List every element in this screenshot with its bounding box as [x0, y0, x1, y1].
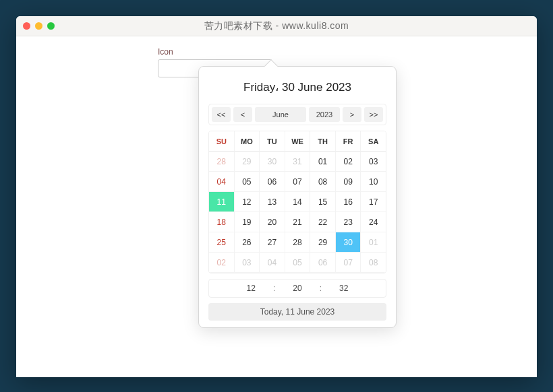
dow-cell: WE: [285, 131, 311, 152]
field-label: Icon: [158, 47, 537, 57]
year-select-button[interactable]: 2023: [309, 107, 340, 122]
calendar-day[interactable]: 04: [260, 253, 285, 273]
calendar-day[interactable]: 28: [209, 152, 235, 172]
page-content: Icon Friday، 30 June 2023 << < June 2023…: [16, 36, 537, 77]
calendar-day[interactable]: 31: [285, 152, 311, 172]
calendar-day[interactable]: 23: [336, 212, 361, 232]
calendar-week: 28293031010203: [209, 152, 386, 172]
time-hour[interactable]: 12: [247, 284, 256, 293]
maximize-icon[interactable]: [47, 22, 55, 30]
calendar-day[interactable]: 14: [285, 192, 311, 212]
prev-month-button[interactable]: <: [233, 107, 252, 122]
dow-header: SUMOTUWETHFRSA: [209, 131, 386, 152]
time-minute[interactable]: 20: [293, 284, 301, 293]
calendar-day[interactable]: 01: [361, 232, 386, 253]
calendar-day[interactable]: 06: [310, 253, 336, 273]
calendar-day[interactable]: 25: [209, 232, 235, 253]
dow-cell: MO: [235, 131, 260, 152]
calendar-day[interactable]: 08: [310, 172, 336, 192]
datepicker-nav: << < June 2023 > >>: [208, 104, 386, 125]
calendar-day[interactable]: 05: [235, 172, 260, 192]
calendar-day[interactable]: 20: [260, 212, 285, 232]
dow-cell: TH: [310, 131, 336, 152]
next-year-button[interactable]: >>: [364, 107, 383, 122]
calendar-day[interactable]: 24: [361, 212, 386, 232]
today-button[interactable]: Today, 11 June 2023: [208, 303, 386, 321]
dow-cell: SA: [361, 131, 386, 152]
calendar-week: 04050607080910: [209, 172, 386, 192]
dow-cell: SU: [209, 131, 235, 152]
calendar-day[interactable]: 04: [209, 172, 235, 192]
datepicker-popover: Friday، 30 June 2023 << < June 2023 > >>…: [198, 66, 397, 328]
calendar-day[interactable]: 17: [361, 192, 386, 212]
time-colon-icon: :: [320, 284, 322, 293]
calendar-week: 25262728293001: [209, 232, 386, 253]
calendar-day[interactable]: 10: [361, 172, 386, 192]
calendar-day[interactable]: 06: [260, 172, 285, 192]
calendar-day[interactable]: 05: [285, 253, 311, 273]
calendar-day[interactable]: 01: [310, 152, 336, 172]
calendar-grid: SUMOTUWETHFRSA 2829303101020304050607080…: [208, 131, 386, 273]
calendar-day[interactable]: 15: [310, 192, 336, 212]
calendar-day[interactable]: 26: [235, 232, 260, 253]
window-titlebar: 苦力吧素材下载 - www.kuli8.com: [16, 16, 537, 36]
calendar-day[interactable]: 16: [336, 192, 361, 212]
calendar-day[interactable]: 02: [209, 253, 235, 273]
dow-cell: TU: [260, 131, 285, 152]
minimize-icon[interactable]: [35, 22, 42, 30]
calendar-day[interactable]: 21: [285, 212, 311, 232]
calendar-week: 02030405060708: [209, 253, 386, 273]
window-title: 苦力吧素材下载 - www.kuli8.com: [16, 20, 537, 32]
next-month-button[interactable]: >: [343, 107, 361, 122]
calendar-day[interactable]: 03: [235, 253, 260, 273]
calendar-day[interactable]: 13: [260, 192, 285, 212]
calendar-day[interactable]: 29: [235, 152, 260, 172]
close-icon[interactable]: [23, 22, 30, 30]
dow-cell: FR: [336, 131, 361, 152]
calendar-day[interactable]: 22: [310, 212, 336, 232]
calendar-day[interactable]: 29: [310, 232, 336, 253]
calendar-day[interactable]: 08: [361, 253, 386, 273]
calendar-day[interactable]: 03: [361, 152, 386, 172]
traffic-lights: [23, 22, 55, 30]
calendar-day[interactable]: 27: [260, 232, 285, 253]
calendar-day[interactable]: 12: [235, 192, 260, 212]
time-colon-icon: :: [273, 284, 275, 293]
time-second[interactable]: 32: [339, 284, 348, 293]
calendar-day[interactable]: 28: [285, 232, 311, 253]
prev-year-button[interactable]: <<: [212, 107, 231, 122]
calendar-day[interactable]: 02: [336, 152, 361, 172]
calendar-day[interactable]: 18: [209, 212, 235, 232]
calendar-day[interactable]: 30: [336, 232, 361, 253]
datepicker-title: Friday، 30 June 2023: [208, 75, 386, 104]
calendar-week: 18192021222324: [209, 212, 386, 232]
calendar-day[interactable]: 11: [209, 192, 235, 212]
month-select-button[interactable]: June: [255, 107, 306, 122]
calendar-day[interactable]: 30: [260, 152, 285, 172]
calendar-day[interactable]: 19: [235, 212, 260, 232]
time-picker: 12 : 20 : 32: [208, 279, 386, 298]
calendar-day[interactable]: 07: [285, 172, 311, 192]
calendar-week: 11121314151617: [209, 192, 386, 212]
app-window: 苦力吧素材下载 - www.kuli8.com Icon Friday، 30 …: [16, 16, 537, 377]
calendar-day[interactable]: 09: [336, 172, 361, 192]
calendar-day[interactable]: 07: [336, 253, 361, 273]
